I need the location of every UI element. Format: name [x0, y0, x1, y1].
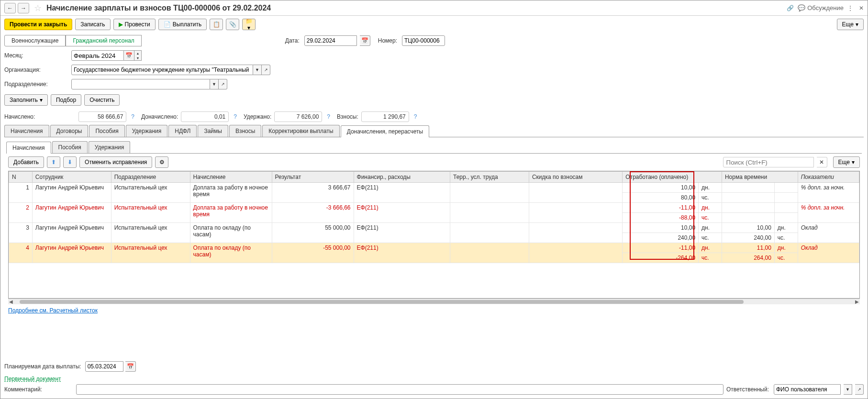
select-button[interactable]: Подбор: [51, 94, 81, 106]
resp-dropdown-icon[interactable]: ▼: [844, 384, 852, 395]
plan-date-input[interactable]: [85, 361, 123, 372]
settings-button[interactable]: ⚙: [155, 156, 168, 168]
org-dropdown-icon[interactable]: ▼: [253, 65, 262, 75]
col-result[interactable]: Результат: [272, 172, 354, 183]
help-icon[interactable]: ?: [234, 113, 237, 120]
col-accrual[interactable]: Начисление: [190, 172, 272, 183]
accrued-value: 58 666,67: [78, 111, 126, 122]
table-row[interactable]: 1 Лагутин Андрей Юрьевич Испытательный ц…: [9, 183, 859, 193]
tab-military[interactable]: Военнослужащие: [4, 35, 66, 46]
main-tab-8[interactable]: Доначисления, перерасчеты: [341, 125, 429, 137]
primary-doc-link[interactable]: Первичный документ: [4, 374, 61, 384]
month-label: Месяц:: [4, 52, 71, 59]
tab-civil[interactable]: Гражданский персонал: [66, 35, 141, 46]
forward-button[interactable]: →: [18, 3, 29, 13]
plan-calendar-icon[interactable]: 📅: [125, 361, 136, 372]
main-tab-5[interactable]: Займы: [198, 125, 228, 137]
help-icon[interactable]: ?: [414, 113, 417, 120]
col-n[interactable]: N: [9, 172, 33, 183]
subdiv-input[interactable]: [71, 79, 210, 89]
table-row[interactable]: 3 Лагутин Андрей Юрьевич Испытательный ц…: [9, 223, 859, 233]
fill-button[interactable]: Заполнить ▾: [4, 94, 48, 106]
withheld-label: Удержано:: [244, 113, 271, 120]
contrib-label: Взносы:: [337, 113, 358, 120]
post-icon: ▶: [119, 21, 123, 28]
menu-dots-icon[interactable]: ⋮: [847, 5, 853, 11]
month-input[interactable]: [71, 50, 124, 61]
report-icon-button[interactable]: 📋: [210, 19, 223, 30]
main-tab-2[interactable]: Пособия: [89, 125, 124, 137]
subdiv-label: Подразделение:: [4, 81, 71, 88]
discuss-button[interactable]: 💬 Обсуждение: [798, 4, 844, 11]
main-tab-0[interactable]: Начисления: [4, 125, 49, 137]
post-button[interactable]: ▶Провести: [113, 19, 156, 30]
month-calendar-icon[interactable]: 📅: [124, 50, 134, 61]
col-dept[interactable]: Подразделение: [111, 172, 190, 183]
help-icon[interactable]: ?: [131, 113, 134, 120]
comment-input[interactable]: [76, 384, 723, 395]
sub-tab-1[interactable]: Пособия: [52, 141, 88, 153]
plan-date-label: Планируемая дата выплаты:: [4, 363, 81, 370]
number-label: Номер:: [378, 37, 397, 44]
table-row[interactable]: 4 Лагутин Андрей Юрьевич Испытательный ц…: [9, 243, 859, 253]
col-indicators[interactable]: Показатели: [798, 172, 859, 183]
pay-button[interactable]: 📄Выплатить: [158, 19, 207, 30]
resp-open-icon[interactable]: ↗: [855, 384, 864, 395]
calendar-icon[interactable]: 📅: [360, 35, 370, 46]
contrib-value: 1 290,67: [361, 111, 409, 122]
move-down-button[interactable]: ⬇: [63, 156, 77, 168]
attach-icon-button[interactable]: 📎: [226, 19, 239, 30]
org-label: Организация:: [4, 66, 71, 73]
chat-icon: 💬: [798, 4, 805, 11]
resp-input[interactable]: [774, 384, 841, 395]
accrued-label: Начислено:: [4, 113, 35, 120]
favorite-icon[interactable]: ☆: [34, 3, 44, 13]
withheld-value: 7 626,00: [274, 111, 322, 122]
date-label: Дата:: [285, 37, 300, 44]
subdiv-dropdown-icon[interactable]: ▼: [210, 79, 219, 89]
cancel-fix-button[interactable]: Отменить исправления: [79, 156, 152, 168]
org-open-icon[interactable]: ↗: [262, 65, 270, 75]
col-norm[interactable]: Норма времени: [722, 172, 798, 183]
more-button[interactable]: Еще ▾: [837, 19, 864, 30]
clear-button[interactable]: Очистить: [84, 94, 120, 106]
link-icon[interactable]: 🔗: [787, 5, 794, 11]
number-input[interactable]: [402, 35, 445, 46]
col-employee[interactable]: Сотрудник: [32, 172, 111, 183]
create-based-button[interactable]: 📁▾: [242, 19, 256, 30]
resp-label: Ответственный:: [726, 386, 769, 393]
comment-label: Комментарий:: [4, 386, 71, 393]
help-icon[interactable]: ?: [327, 113, 330, 120]
details-link[interactable]: Подробнее см. Расчетный листок: [8, 307, 98, 314]
month-spinner[interactable]: ▲▼: [134, 50, 142, 61]
pay-icon: 📄: [164, 21, 171, 28]
main-tab-6[interactable]: Взносы: [229, 125, 261, 137]
search-input[interactable]: [723, 157, 814, 167]
close-icon[interactable]: ✕: [859, 5, 864, 11]
date-input[interactable]: [304, 35, 357, 46]
move-up-button[interactable]: ⬆: [47, 156, 60, 168]
org-input[interactable]: [71, 65, 253, 75]
post-close-button[interactable]: Провести и закрыть: [4, 19, 72, 30]
col-finance[interactable]: Финансир., расходы: [354, 172, 450, 183]
addl-label: Доначислено:: [141, 113, 178, 120]
clear-search-button[interactable]: ✕: [817, 157, 827, 167]
sub-tab-0[interactable]: Начисления: [6, 142, 51, 154]
add-button[interactable]: Добавить: [8, 156, 44, 168]
main-tab-3[interactable]: Удержания: [126, 125, 168, 137]
main-tab-1[interactable]: Договоры: [50, 125, 89, 137]
table-row[interactable]: 2 Лагутин Андрей Юрьевич Испытательный ц…: [9, 203, 859, 213]
subdiv-open-icon[interactable]: ↗: [219, 79, 227, 89]
col-discount[interactable]: Скидка по взносам: [529, 172, 622, 183]
addl-value: 0,01: [181, 111, 229, 122]
main-tab-4[interactable]: НДФЛ: [168, 125, 197, 137]
col-terr[interactable]: Терр., усл. труда: [450, 172, 529, 183]
table-more-button[interactable]: Еще ▾: [833, 156, 860, 168]
save-button[interactable]: Записать: [75, 19, 110, 30]
sub-tab-2[interactable]: Удержания: [89, 141, 131, 153]
horizontal-scrollbar[interactable]: ◀▶: [8, 299, 860, 304]
back-button[interactable]: ←: [4, 3, 16, 13]
col-worked[interactable]: Отработано (оплачено): [623, 172, 722, 183]
window-title: Начисление зарплаты и взносов ТЦ00-00000…: [46, 4, 783, 12]
main-tab-7[interactable]: Корректировки выплаты: [262, 125, 339, 137]
